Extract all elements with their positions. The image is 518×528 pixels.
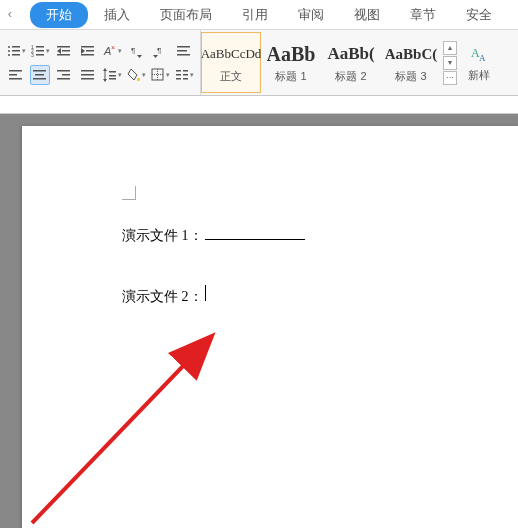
align-justify-icon[interactable] bbox=[78, 65, 98, 85]
style-body-text[interactable]: AaBbCcDd 正文 bbox=[201, 32, 261, 93]
svg-rect-34 bbox=[33, 78, 46, 80]
svg-rect-53 bbox=[176, 74, 181, 76]
svg-rect-46 bbox=[109, 78, 116, 80]
svg-rect-26 bbox=[177, 46, 190, 48]
svg-rect-42 bbox=[104, 70, 105, 80]
style-nav: ▴ ▾ ⋯ bbox=[441, 32, 459, 93]
style-scroll-down[interactable]: ▾ bbox=[443, 56, 457, 70]
svg-rect-31 bbox=[9, 78, 22, 80]
svg-rect-35 bbox=[57, 70, 70, 72]
line1-label: 演示文件 1： bbox=[122, 227, 203, 245]
svg-rect-16 bbox=[81, 46, 94, 48]
document-page[interactable]: 演示文件 1： 演示文件 2： bbox=[22, 126, 518, 528]
line2-label: 演示文件 2： bbox=[122, 288, 203, 306]
tabs-icon[interactable]: ▾ bbox=[174, 65, 194, 85]
svg-point-4 bbox=[8, 54, 10, 56]
svg-rect-28 bbox=[177, 54, 190, 56]
svg-rect-15 bbox=[57, 54, 70, 56]
shading-icon[interactable]: ▾ bbox=[126, 65, 146, 85]
svg-marker-17 bbox=[81, 48, 85, 54]
svg-rect-32 bbox=[33, 70, 46, 72]
style-heading-3[interactable]: AaBbC( 标题 3 bbox=[381, 32, 441, 93]
svg-marker-25 bbox=[153, 55, 158, 58]
svg-rect-11 bbox=[36, 54, 44, 56]
svg-rect-12 bbox=[57, 46, 70, 48]
svg-rect-55 bbox=[176, 78, 181, 80]
align-center-icon[interactable] bbox=[30, 65, 50, 85]
svg-rect-51 bbox=[176, 70, 181, 72]
doc-line-2[interactable]: 演示文件 2： bbox=[122, 285, 418, 306]
align-right-icon[interactable] bbox=[54, 65, 74, 85]
style-scroll-up[interactable]: ▴ bbox=[443, 41, 457, 55]
line-spacing-icon[interactable]: ▾ bbox=[102, 65, 122, 85]
svg-rect-48 bbox=[152, 69, 163, 80]
style-more[interactable]: ⋯ bbox=[443, 71, 457, 85]
show-marks-icon[interactable] bbox=[174, 41, 194, 61]
svg-marker-43 bbox=[103, 79, 107, 82]
new-style-icon[interactable]: AA bbox=[467, 42, 491, 66]
svg-rect-19 bbox=[81, 54, 94, 56]
tab-security[interactable]: 安全 bbox=[452, 1, 506, 29]
svg-rect-38 bbox=[81, 70, 94, 72]
svg-rect-52 bbox=[183, 70, 188, 72]
tab-scroll-left[interactable]: ‹ bbox=[0, 6, 20, 21]
svg-rect-44 bbox=[109, 71, 116, 73]
tab-bar: ‹ 开始 插入 页面布局 引用 审阅 视图 章节 安全 bbox=[0, 0, 518, 30]
align-left-icon[interactable] bbox=[6, 65, 26, 85]
svg-text:3: 3 bbox=[31, 52, 34, 58]
tab-review[interactable]: 审阅 bbox=[284, 1, 338, 29]
decrease-indent-icon[interactable] bbox=[54, 41, 74, 61]
line1-underline-field[interactable] bbox=[205, 226, 305, 240]
svg-text:×: × bbox=[111, 44, 115, 51]
rtl-icon[interactable]: ¶ bbox=[150, 41, 170, 61]
svg-rect-9 bbox=[36, 50, 44, 52]
svg-text:¶: ¶ bbox=[157, 46, 161, 55]
new-style-label: 新样 bbox=[468, 68, 490, 83]
new-style-group: AA 新样 bbox=[459, 30, 499, 95]
tab-insert[interactable]: 插入 bbox=[90, 1, 144, 29]
svg-marker-13 bbox=[57, 48, 61, 54]
ruler[interactable] bbox=[0, 96, 518, 114]
svg-rect-5 bbox=[12, 54, 20, 56]
svg-rect-3 bbox=[12, 50, 20, 52]
svg-rect-29 bbox=[9, 70, 22, 72]
svg-point-0 bbox=[8, 46, 10, 48]
svg-rect-54 bbox=[183, 74, 188, 76]
svg-rect-7 bbox=[36, 46, 44, 48]
tab-sections[interactable]: 章节 bbox=[396, 1, 450, 29]
svg-point-2 bbox=[8, 50, 10, 52]
tab-home[interactable]: 开始 bbox=[30, 2, 88, 28]
svg-rect-18 bbox=[86, 50, 94, 52]
ltr-icon[interactable]: ¶ bbox=[126, 41, 146, 61]
doc-line-1[interactable]: 演示文件 1： bbox=[122, 226, 418, 245]
svg-text:¶: ¶ bbox=[131, 46, 135, 55]
tab-view[interactable]: 视图 bbox=[340, 1, 394, 29]
text-cursor bbox=[205, 285, 206, 301]
svg-rect-56 bbox=[183, 78, 188, 80]
svg-line-60 bbox=[32, 338, 210, 523]
svg-rect-39 bbox=[81, 74, 94, 76]
increase-indent-icon[interactable] bbox=[78, 41, 98, 61]
svg-rect-14 bbox=[62, 50, 70, 52]
document-workspace: 演示文件 1： 演示文件 2： bbox=[0, 114, 518, 528]
annotation-arrow bbox=[22, 298, 242, 528]
svg-rect-47 bbox=[137, 78, 140, 81]
paragraph-group: ▾ 123▾ A×▾ ¶ ¶ ▾ ▾ ▾ ▾ bbox=[0, 30, 201, 95]
clear-formatting-icon[interactable]: A×▾ bbox=[102, 41, 122, 61]
ribbon: ▾ 123▾ A×▾ ¶ ¶ ▾ ▾ ▾ ▾ AaBbCc bbox=[0, 30, 518, 96]
svg-rect-40 bbox=[81, 78, 94, 80]
paragraph-mark-icon bbox=[122, 186, 136, 200]
svg-rect-36 bbox=[62, 74, 70, 76]
tab-page-layout[interactable]: 页面布局 bbox=[146, 1, 226, 29]
svg-rect-27 bbox=[177, 50, 187, 52]
style-heading-1[interactable]: AaBb 标题 1 bbox=[261, 32, 321, 93]
svg-text:A: A bbox=[479, 53, 486, 63]
style-heading-2[interactable]: AaBb( 标题 2 bbox=[321, 32, 381, 93]
svg-rect-30 bbox=[9, 74, 17, 76]
tab-references[interactable]: 引用 bbox=[228, 1, 282, 29]
borders-icon[interactable]: ▾ bbox=[150, 65, 170, 85]
number-list-icon[interactable]: 123▾ bbox=[30, 41, 50, 61]
styles-gallery: AaBbCcDd 正文 AaBb 标题 1 AaBb( 标题 2 AaBbC( … bbox=[201, 30, 459, 95]
svg-rect-37 bbox=[57, 78, 70, 80]
bullet-list-icon[interactable]: ▾ bbox=[6, 41, 26, 61]
